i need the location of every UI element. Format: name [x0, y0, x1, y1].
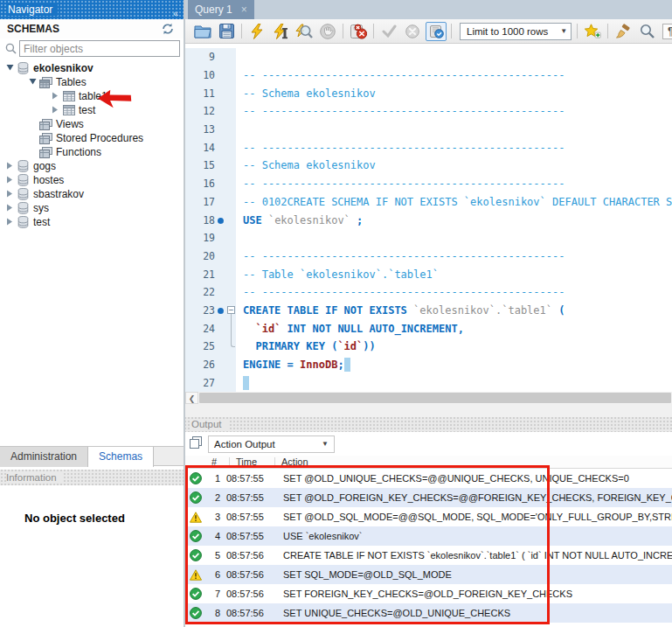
row-action: SET UNIQUE_CHECKS=@OLD_UNIQUE_CHECKS: [274, 608, 510, 618]
tree-item-tables[interactable]: Tables: [0, 75, 184, 89]
filter-objects-input[interactable]: [19, 40, 180, 57]
code-text: -- -------------------------------------…: [239, 286, 565, 298]
code-line-26[interactable]: 26ENGINE = InnoDB;: [185, 356, 672, 374]
row-index: 8: [206, 608, 220, 618]
limit-rows-dropdown[interactable]: Limit to 1000 rows▼: [460, 23, 572, 40]
row-index: 1: [206, 473, 220, 484]
information-panel-body: No object selected: [0, 485, 184, 627]
output-row-4[interactable]: 408:57:55USE `ekolesnikov`: [185, 526, 672, 546]
fold-gutter: [225, 121, 239, 139]
output-row-7[interactable]: 708:57:56SET FOREIGN_KEY_CHECKS=@OLD_FOR…: [185, 584, 672, 603]
code-line-18[interactable]: 18USE `ekolesnikov` ;: [185, 211, 672, 229]
show-invisibles-icon[interactable]: ¶: [660, 22, 672, 41]
explain-plan-icon[interactable]: [294, 22, 315, 41]
tree-item-views[interactable]: Views: [0, 117, 184, 131]
code-line-27[interactable]: 27: [185, 373, 672, 392]
tree-item-sbastrakov[interactable]: sbastrakov: [0, 187, 184, 201]
scrollbar-thumb[interactable]: [199, 393, 671, 403]
tree-item-gogs[interactable]: gogs: [0, 159, 184, 173]
tree-item-test[interactable]: test: [0, 103, 184, 117]
expand-arrow-icon[interactable]: [3, 190, 16, 199]
column-header-action[interactable]: Action: [281, 456, 308, 467]
code-line-21[interactable]: 21-- Table `ekolesnikov`.`table1`: [185, 265, 672, 283]
code-line-15[interactable]: 15-- Schema ekolesnikov: [185, 157, 672, 175]
tab-query-1[interactable]: Query 1×: [188, 0, 254, 19]
find-icon[interactable]: [636, 22, 657, 41]
statement-marker-dot: [215, 214, 225, 226]
code-line-14[interactable]: 14-- -----------------------------------…: [185, 138, 672, 157]
editor-horizontal-scrollbar[interactable]: ❮: [185, 392, 672, 404]
tab-administration[interactable]: Administration: [0, 447, 88, 467]
output-row-1[interactable]: 108:57:55SET @OLD_UNIQUE_CHECKS=@@UNIQUE…: [185, 469, 672, 488]
code-line-23[interactable]: 23−CREATE TABLE IF NOT EXISTS `ekolesnik…: [185, 302, 672, 320]
sql-editor[interactable]: 910-- ----------------------------------…: [185, 44, 672, 392]
expand-arrow-icon[interactable]: [3, 176, 16, 185]
code-line-9[interactable]: 9: [185, 48, 672, 66]
scroll-left-arrow-icon[interactable]: ❮: [185, 392, 198, 404]
row-action: SET @OLD_UNIQUE_CHECKS=@@UNIQUE_CHECKS, …: [274, 473, 629, 484]
functions-icon: [38, 147, 53, 158]
tree-item-hostes[interactable]: hostes: [0, 173, 184, 187]
success-check-icon: [185, 530, 206, 542]
open-file-icon[interactable]: [192, 22, 213, 41]
output-view-selector[interactable]: Action Output ▼: [208, 435, 335, 453]
save-icon[interactable]: [216, 22, 237, 41]
navigator-title: Navigator: [8, 3, 58, 16]
code-line-11[interactable]: 11-- Schema ekolesnikov: [185, 84, 672, 102]
tree-item-table1[interactable]: table1: [0, 89, 184, 103]
code-line-25[interactable]: 25 PRIMARY KEY (`id`)): [185, 338, 672, 356]
collapse-arrow-icon[interactable]: [26, 78, 38, 87]
table-icon: [61, 91, 76, 101]
tree-item-stored-procedures[interactable]: Stored Procedures: [0, 131, 184, 145]
fold-open-icon[interactable]: −: [225, 302, 239, 320]
code-line-20[interactable]: 20-- -----------------------------------…: [185, 247, 672, 266]
tree-item-test[interactable]: test: [0, 215, 184, 229]
expand-arrow-icon[interactable]: [49, 106, 61, 115]
fold-gutter: [225, 157, 239, 175]
code-line-12[interactable]: 12-- -----------------------------------…: [185, 102, 672, 121]
collapse-arrow-icon[interactable]: [3, 64, 16, 73]
column-header-time[interactable]: Time: [236, 456, 257, 467]
output-row-3[interactable]: 308:57:55SET @OLD_SQL_MODE=@@SQL_MODE, S…: [185, 507, 672, 526]
code-line-22[interactable]: 22-- -----------------------------------…: [185, 283, 672, 302]
row-action: CREATE TABLE IF NOT EXISTS `ekolesnikov`…: [274, 550, 672, 561]
code-line-16[interactable]: 16-- -----------------------------------…: [185, 175, 672, 193]
code-line-19[interactable]: 19: [185, 229, 672, 247]
code-line-17[interactable]: 17-- 0102CREATE SCHEMA IF NOT EXISTS `ek…: [185, 193, 672, 212]
tree-item-ekolesnikov[interactable]: ekolesnikov: [0, 61, 184, 75]
commit-icon[interactable]: [378, 22, 399, 41]
query-tab-label: Query 1: [195, 3, 232, 16]
expand-arrow-icon[interactable]: [49, 92, 61, 101]
code-line-24[interactable]: 24 `id` INT NOT NULL AUTO_INCREMENT,: [185, 319, 672, 338]
code-line-10[interactable]: 10-- -----------------------------------…: [185, 66, 672, 85]
expand-arrow-icon[interactable]: [3, 218, 16, 227]
expand-arrow-icon[interactable]: [3, 204, 16, 213]
tree-item-sys[interactable]: sys: [0, 201, 184, 215]
code-line-13[interactable]: 13: [185, 121, 672, 139]
output-row-8[interactable]: 808:57:56SET UNIQUE_CHECKS=@OLD_UNIQUE_C…: [185, 603, 672, 623]
expand-arrow-icon[interactable]: [3, 162, 16, 171]
toggle-stop-on-error-icon[interactable]: [348, 22, 369, 41]
column-header-index[interactable]: #: [211, 456, 217, 467]
beautify-icon[interactable]: [613, 22, 634, 41]
refresh-schemas-icon[interactable]: [161, 23, 175, 35]
warning-triangle-icon: [185, 569, 206, 581]
output-row-2[interactable]: 208:57:55SET @OLD_FOREIGN_KEY_CHECKS=@@F…: [185, 488, 672, 507]
database-icon: [16, 174, 31, 186]
save-snippet-icon[interactable]: [582, 22, 603, 41]
output-view-icon: [189, 435, 203, 453]
execute-script-icon[interactable]: [246, 22, 267, 41]
execute-current-statement-icon[interactable]: [270, 22, 291, 41]
editor-output-splitter[interactable]: [185, 404, 672, 417]
fold-gutter: [225, 66, 239, 85]
tree-item-functions[interactable]: Functions: [0, 145, 184, 159]
output-row-5[interactable]: 508:57:56CREATE TABLE IF NOT EXISTS `eko…: [185, 546, 672, 565]
stop-execution-icon[interactable]: [317, 22, 338, 41]
rollback-icon[interactable]: [402, 22, 423, 41]
toggle-autocommit-icon[interactable]: [426, 22, 447, 41]
close-tab-icon[interactable]: ×: [241, 3, 247, 16]
tab-schemas[interactable]: Schemas: [88, 447, 154, 467]
line-number: 27: [185, 377, 215, 389]
line-number: 20: [185, 250, 215, 262]
output-row-6[interactable]: 608:57:56SET SQL_MODE=@OLD_SQL_MODE: [185, 565, 672, 584]
